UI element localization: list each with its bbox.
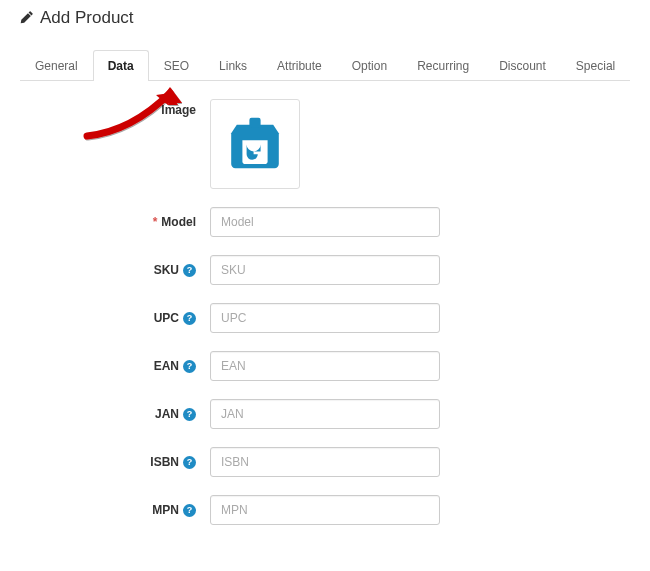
- tab-attribute[interactable]: Attribute: [262, 50, 337, 81]
- input-upc[interactable]: [210, 303, 440, 333]
- input-jan[interactable]: [210, 399, 440, 429]
- input-sku[interactable]: [210, 255, 440, 285]
- row-jan: JAN ?: [20, 399, 630, 429]
- tab-recurring[interactable]: Recurring: [402, 50, 484, 81]
- tab-option[interactable]: Option: [337, 50, 402, 81]
- tabs-bar: General Data: [20, 50, 630, 81]
- pencil-icon: [20, 10, 40, 27]
- help-icon[interactable]: ?: [183, 408, 196, 421]
- tab-seo[interactable]: SEO: [149, 50, 204, 81]
- label-sku: SKU: [154, 263, 179, 277]
- tab-discount[interactable]: Discount: [484, 50, 561, 81]
- label-image: Image: [161, 103, 196, 117]
- label-isbn: ISBN: [150, 455, 179, 469]
- page-header: Add Product: [20, 0, 630, 34]
- tab-links[interactable]: Links: [204, 50, 262, 81]
- help-icon[interactable]: ?: [183, 360, 196, 373]
- tab-data[interactable]: Data: [93, 50, 149, 81]
- page-title: Add Product: [40, 8, 134, 28]
- input-mpn[interactable]: [210, 495, 440, 525]
- required-marker: *: [153, 215, 158, 229]
- product-placeholder-icon: [220, 108, 290, 181]
- tab-special[interactable]: Special: [561, 50, 630, 81]
- row-upc: UPC ?: [20, 303, 630, 333]
- svg-rect-1: [249, 117, 260, 127]
- row-ean: EAN ?: [20, 351, 630, 381]
- help-icon[interactable]: ?: [183, 504, 196, 517]
- row-mpn: MPN ?: [20, 495, 630, 525]
- help-icon[interactable]: ?: [183, 456, 196, 469]
- input-ean[interactable]: [210, 351, 440, 381]
- label-ean: EAN: [154, 359, 179, 373]
- row-isbn: ISBN ?: [20, 447, 630, 477]
- row-sku: SKU ?: [20, 255, 630, 285]
- help-icon[interactable]: ?: [183, 264, 196, 277]
- row-image: Image: [20, 99, 630, 189]
- label-upc: UPC: [154, 311, 179, 325]
- label-model: Model: [161, 215, 196, 229]
- input-isbn[interactable]: [210, 447, 440, 477]
- tab-data-label: Data: [108, 59, 134, 73]
- label-jan: JAN: [155, 407, 179, 421]
- tab-general[interactable]: General: [20, 50, 93, 81]
- form: Image * Model: [20, 81, 630, 525]
- label-mpn: MPN: [152, 503, 179, 517]
- image-picker[interactable]: [210, 99, 300, 189]
- input-model[interactable]: [210, 207, 440, 237]
- help-icon[interactable]: ?: [183, 312, 196, 325]
- row-model: * Model: [20, 207, 630, 237]
